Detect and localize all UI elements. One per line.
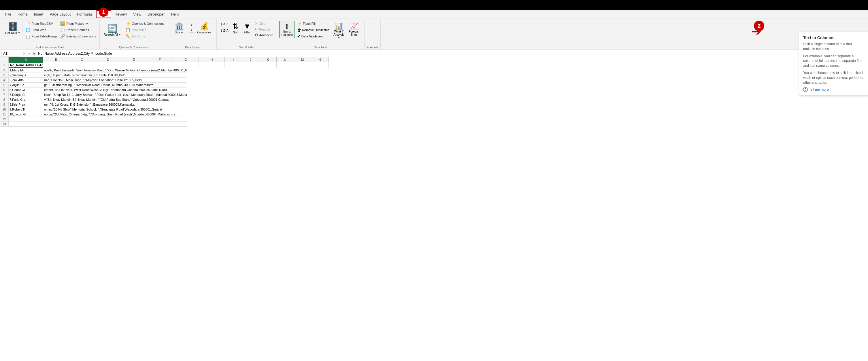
menu-help[interactable]: Help	[168, 11, 182, 18]
from-text-csv-button[interactable]: 📄 From Text/CSV	[24, 21, 59, 27]
cell-h1[interactable]	[199, 62, 225, 68]
forecast-sheet-button[interactable]: 📈 Foreca...Sheet	[347, 21, 362, 37]
col-header-a[interactable]: A	[9, 57, 43, 62]
col-header-f[interactable]: F	[147, 57, 173, 62]
menu-page-layout[interactable]: Page Layout	[47, 11, 73, 18]
col-header-i[interactable]: I	[225, 57, 242, 62]
confirm-icon[interactable]: ✓	[28, 51, 31, 56]
currencies-icon: 💰	[200, 22, 209, 31]
data-tools-label: Data Tools	[314, 45, 328, 49]
menu-developer[interactable]: Developer	[145, 11, 167, 18]
row-number: 5	[0, 83, 9, 88]
cell-b12[interactable]	[43, 117, 187, 122]
text-to-columns-button[interactable]: ⫿ Text toColumns	[279, 21, 294, 38]
cell-a2[interactable]: 1,Mary Eli	[9, 68, 43, 73]
cancel-icon[interactable]: ✕	[23, 51, 26, 56]
flash-fill-button[interactable]: ⚡ Flash Fill	[296, 21, 331, 27]
cell-reference-box[interactable]	[1, 51, 21, 57]
sort-az-button[interactable]: ↑ A↓Z	[219, 21, 230, 27]
recent-sources-button[interactable]: 🕒 Recent Sources	[59, 27, 97, 33]
cell-c1[interactable]	[69, 62, 95, 68]
cell-g1[interactable]	[173, 62, 199, 68]
cell-b9[interactable]: een,"9, 1st Cross, K G Extension",,Banga…	[43, 102, 187, 107]
filter-button[interactable]: ▼ Filter	[242, 21, 253, 35]
cell-a8[interactable]: 7,Farid Gre	[9, 97, 43, 102]
cell-a7[interactable]: 6,Dodge El	[9, 92, 43, 97]
cell-b7[interactable]: ikson,"Shop No 12, 1, Jolly Bhavan, ","O…	[43, 92, 187, 97]
data-types-scroll-down[interactable]: ▼	[189, 28, 194, 33]
cell-e1[interactable]	[121, 62, 147, 68]
col-header-b[interactable]: B	[43, 57, 69, 62]
from-web-button[interactable]: 🌐 From Web	[24, 27, 59, 33]
stocks-button[interactable]: 🏛️ Stocks	[170, 21, 188, 35]
cell-a5[interactable]: 4,Arjun Ca	[9, 83, 43, 88]
cell-b3[interactable]: ingh,"Jaipur Estate, Nizammuddin (e)",,D…	[43, 73, 187, 78]
menu-home[interactable]: Home	[15, 11, 31, 18]
col-header-d[interactable]: D	[95, 57, 121, 62]
col-header-k[interactable]: K	[259, 57, 277, 62]
advanced-button[interactable]: ⚙ Advanced	[254, 32, 274, 38]
menu-formulas[interactable]: Formulas	[74, 11, 95, 18]
cell-a6[interactable]: 5,Cedar Cl	[9, 88, 43, 92]
from-picture-button[interactable]: 🖼️ From Picture ▼	[59, 21, 97, 27]
col-header-c[interactable]: C	[69, 57, 95, 62]
cell-b6[interactable]: ement,"35 Flat No 3, West Road West Cit …	[43, 88, 187, 92]
cell-a3[interactable]: 2,Yuvaraj S	[9, 73, 43, 78]
remove-duplicates-button[interactable]: 🗑 Remove Duplicates	[296, 27, 331, 33]
function-icon[interactable]: fx	[33, 52, 36, 56]
from-table-button[interactable]: 📊 From Table/Range	[24, 33, 59, 39]
menu-insert[interactable]: Insert	[31, 11, 46, 18]
cell-a4[interactable]: 3,Zak Alfo	[9, 78, 43, 83]
menu-review[interactable]: Review	[112, 11, 130, 18]
cell-b13[interactable]	[43, 122, 187, 127]
row-number: 4	[0, 78, 9, 83]
get-data-button[interactable]: 🗄️ GetData ▼	[3, 21, 23, 36]
cell-m1[interactable]	[294, 62, 311, 68]
cell-a10[interactable]: 9,Robert Th	[9, 107, 43, 112]
cell-f1[interactable]	[147, 62, 173, 68]
sort-za-button[interactable]: ↓ Z↑A	[219, 27, 230, 34]
menu-file[interactable]: File	[2, 11, 14, 18]
cell-b2[interactable]: abeth,"Kumbharwada, Sion Trombay Road,",…	[43, 68, 187, 73]
refresh-all-button[interactable]: 🔄 Refresh All ▼	[102, 23, 123, 37]
col-header-g[interactable]: G	[173, 57, 199, 62]
cell-b8[interactable]: y,"B/h Nyay Mandir, B/h Nyay Mandir, ","…	[43, 97, 187, 102]
cell-a1[interactable]: No.,Name,Address,Address2,City,Pincode,S…	[9, 62, 43, 68]
col-header-h[interactable]: H	[199, 57, 225, 62]
menu-bar: File Home Insert Page Layout Formulas 1 …	[0, 10, 868, 19]
existing-connections-button[interactable]: 🔗 Existing Connections	[59, 33, 97, 39]
data-types-scroll-up[interactable]: ▲	[189, 23, 194, 28]
what-if-analysis-button[interactable]: 📊 What-IfAnalysis ▼	[332, 21, 346, 41]
cell-b1[interactable]	[43, 62, 69, 68]
cell-a13[interactable]	[9, 122, 43, 127]
cell-b10[interactable]: omas,"18 Hv Shroff Memorial School, ","G…	[43, 107, 187, 112]
cell-i1[interactable]	[225, 62, 242, 68]
cell-d1[interactable]	[95, 62, 121, 68]
cell-n1[interactable]	[311, 62, 329, 68]
menu-view[interactable]: View	[130, 11, 144, 18]
cell-a11[interactable]: 10,Jacob G	[9, 112, 43, 117]
col-header-e[interactable]: E	[121, 57, 147, 62]
sort-filter-group: ↑ A↓Z ↓ Z↑A ⇅ Sort ▼ Filter ✕	[217, 20, 277, 50]
row-number: 12	[0, 117, 9, 122]
col-header-m[interactable]: M	[294, 57, 311, 62]
cell-a9[interactable]: 8,Kris Prav	[9, 102, 43, 107]
edit-links-icon: ✏️	[126, 34, 130, 39]
cell-b4[interactable]: nzo,"Plot No 8, Main Road, ","Mujesar, F…	[43, 78, 187, 83]
sort-button[interactable]: ⇅ Sort	[231, 21, 241, 35]
col-header-j[interactable]: J	[242, 57, 259, 62]
currencies-button[interactable]: 💰 Currencies	[194, 21, 214, 35]
currencies-label: Currencies	[197, 31, 211, 34]
tell-me-more-link[interactable]: ? Tell me more	[803, 87, 864, 92]
cell-a12[interactable]	[9, 117, 43, 122]
cell-j1[interactable]	[242, 62, 259, 68]
col-header-n[interactable]: N	[311, 57, 329, 62]
cell-k1[interactable]	[259, 62, 277, 68]
queries-connections-button[interactable]: ⚡ Queries & Connections	[124, 21, 165, 27]
formula-input[interactable]	[37, 51, 867, 56]
cell-b5[interactable]: ge,"6 Jestharam Bg, ","Ambedkar Road, Da…	[43, 83, 187, 88]
data-validation-button[interactable]: ✔ Data Validation	[296, 33, 331, 39]
col-header-l[interactable]: L	[277, 57, 294, 62]
cell-l1[interactable]	[277, 62, 294, 68]
cell-b11[interactable]: eorge,"2/d, Naaz Cinema Bldg, ","D.b.mar…	[43, 112, 187, 117]
